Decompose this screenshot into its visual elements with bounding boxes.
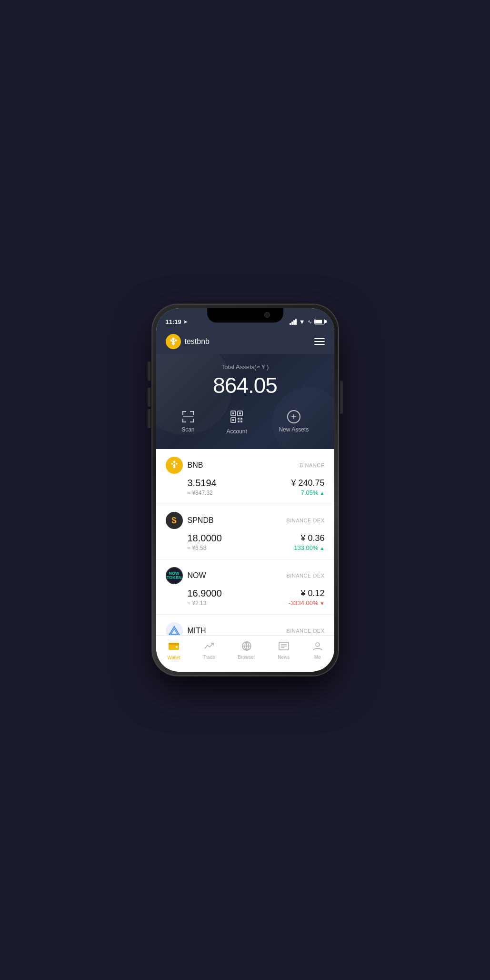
bnb-source: Binance <box>300 462 324 468</box>
nav-trade[interactable]: Trade <box>195 639 223 662</box>
svg-rect-17 <box>240 418 242 420</box>
bnb-change-arrow <box>320 489 325 496</box>
plus-circle-icon: + <box>287 410 300 423</box>
me-icon <box>312 641 323 653</box>
asset-item-bnb[interactable]: BNB Binance 3.5194 ≈ ¥847.32 ¥ 240.75 7.… <box>156 449 334 504</box>
svg-rect-9 <box>183 416 193 417</box>
app-header: testbnb <box>156 329 334 354</box>
new-assets-label: New Assets <box>279 426 309 433</box>
browser-icon <box>241 641 252 653</box>
nav-browser[interactable]: Browser <box>230 639 263 662</box>
svg-rect-16 <box>238 418 240 420</box>
trade-label: Trade <box>203 655 215 660</box>
svg-rect-11 <box>232 412 234 414</box>
mith-source: BINANCE DEX <box>286 628 324 634</box>
now-asset-icon: NOWTOKEN <box>166 567 183 584</box>
spndb-balance: 18.0000 <box>188 533 222 544</box>
svg-rect-18 <box>238 421 240 422</box>
now-change-arrow <box>320 599 325 607</box>
bnb-fiat: ≈ ¥847.32 <box>188 490 217 496</box>
svg-rect-6 <box>182 421 186 422</box>
asset-item-now[interactable]: NOWTOKEN NOW BINANCE DEX 16.9000 ≈ ¥2.13… <box>156 559 334 615</box>
account-label: Account <box>226 428 247 435</box>
hero-section: Total Assets(≈ ¥ ) 864.05 <box>156 354 334 449</box>
wallet-label: Wallet <box>167 655 180 660</box>
assets-list: BNB Binance 3.5194 ≈ ¥847.32 ¥ 240.75 7.… <box>156 449 334 635</box>
nav-news[interactable]: News <box>270 639 297 662</box>
now-fiat: ≈ ¥2.13 <box>188 600 222 607</box>
camera <box>264 312 270 318</box>
account-name: testbnb <box>185 337 210 346</box>
qr-icon <box>230 410 243 425</box>
svg-rect-19 <box>240 421 242 422</box>
svg-rect-2 <box>182 411 183 415</box>
scan-icon <box>181 410 195 423</box>
bnb-asset-icon <box>166 457 183 474</box>
total-label: Total Assets(≈ ¥ ) <box>166 363 325 371</box>
news-label: News <box>278 655 290 660</box>
now-change: -3334.00% <box>289 599 325 607</box>
asset-item-spndb[interactable]: $ SPNDB BINANCE DEX 18.0000 ≈ ¥6.58 ¥ 0.… <box>156 504 334 559</box>
bnb-balance: 3.5194 <box>188 478 217 489</box>
svg-point-33 <box>316 643 320 647</box>
status-time: 11:19 ➤ <box>166 318 187 325</box>
browser-label: Browser <box>238 655 255 660</box>
menu-icon[interactable] <box>314 338 325 345</box>
bnb-logo-icon <box>166 334 181 349</box>
trade-icon <box>204 641 214 653</box>
notch <box>207 308 283 323</box>
now-source: BINANCE DEX <box>286 573 324 578</box>
new-assets-button[interactable]: + New Assets <box>279 410 309 435</box>
status-icons: ▼ ∿ <box>290 318 325 325</box>
phone-frame: 11:19 ➤ ▼ ∿ <box>152 304 338 676</box>
news-icon <box>279 641 289 653</box>
now-name: NOW <box>188 571 206 580</box>
scan-button[interactable]: Scan <box>181 410 195 435</box>
spndb-fiat: ≈ ¥6.58 <box>188 545 222 551</box>
bnb-price: ¥ 240.75 <box>291 478 324 488</box>
total-amount: 864.05 <box>166 372 325 398</box>
bnb-name: BNB <box>188 461 203 470</box>
signal-icon <box>290 319 297 325</box>
wifi-icon: ▼ <box>299 318 305 325</box>
spndb-price: ¥ 0.36 <box>294 533 324 543</box>
svg-rect-13 <box>239 412 241 414</box>
spndb-source: BINANCE DEX <box>286 518 324 523</box>
mith-name: MITH <box>188 627 206 635</box>
wifi-symbol: ∿ <box>308 319 312 325</box>
battery-icon <box>314 319 325 324</box>
spndb-name: SPNDB <box>188 516 214 525</box>
svg-rect-8 <box>190 421 194 422</box>
scan-label: Scan <box>181 426 194 433</box>
mith-asset-icon <box>166 622 183 635</box>
wallet-icon <box>169 641 179 653</box>
spndb-change-arrow <box>320 544 325 551</box>
bottom-nav: Wallet Trade <box>156 635 334 672</box>
now-price: ¥ 0.12 <box>289 588 325 598</box>
asset-item-mith[interactable]: MITH BINANCE DEX 22.8900 ≈ ¥8.02 ¥ 0.35 … <box>156 615 334 635</box>
nav-me[interactable]: Me <box>305 639 330 662</box>
svg-rect-15 <box>232 419 234 421</box>
screen: 11:19 ➤ ▼ ∿ <box>156 308 334 672</box>
account-button[interactable]: Account <box>226 410 247 435</box>
now-balance: 16.9000 <box>188 588 222 599</box>
spndb-change: 133.00% <box>294 544 324 551</box>
spndb-asset-icon: $ <box>166 512 183 529</box>
bnb-change: 7.05% <box>291 489 324 496</box>
svg-rect-4 <box>193 411 194 415</box>
action-buttons: Scan <box>166 408 325 437</box>
header-left: testbnb <box>166 334 210 349</box>
location-icon: ➤ <box>183 319 187 324</box>
nav-wallet[interactable]: Wallet <box>160 639 188 662</box>
svg-rect-23 <box>169 643 179 645</box>
me-label: Me <box>314 655 321 660</box>
svg-point-24 <box>176 646 178 648</box>
